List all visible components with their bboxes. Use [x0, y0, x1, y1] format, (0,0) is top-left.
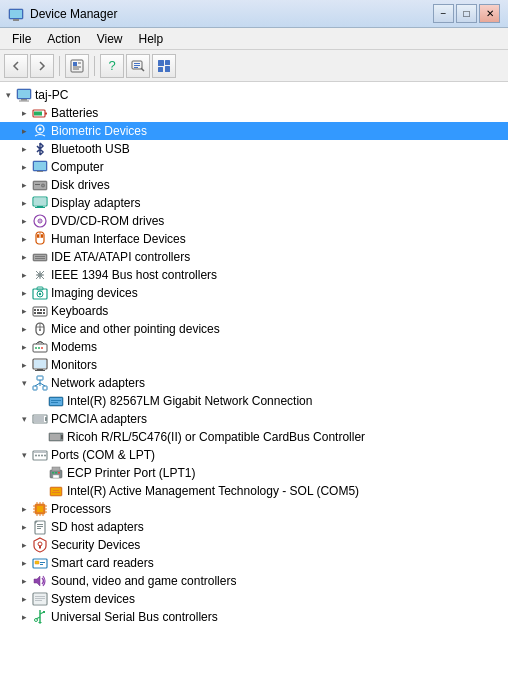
cardbus-label: Ricoh R/RL/5C476(II) or Compatible CardB…	[67, 430, 365, 444]
list-item[interactable]: ▾ Network adapters	[0, 374, 508, 392]
svg-rect-81	[50, 398, 62, 405]
smartcard-expand[interactable]: ▸	[16, 555, 32, 571]
bluetooth-expand[interactable]: ▸	[16, 141, 32, 157]
batteries-label: Batteries	[51, 106, 98, 120]
pcmcia-expand[interactable]: ▾	[16, 411, 32, 427]
list-item[interactable]: Intel(R) Active Management Technology - …	[0, 482, 508, 500]
mice-expand[interactable]: ▸	[16, 321, 32, 337]
ide-expand[interactable]: ▸	[16, 249, 32, 265]
list-item[interactable]: ▸ DVD/CD-ROM drives	[0, 212, 508, 230]
device-tree-container[interactable]: ▾ taj-PC ▸ Batteri	[0, 82, 508, 680]
svg-rect-35	[37, 206, 43, 207]
sound-expand[interactable]: ▸	[16, 573, 32, 589]
svg-rect-129	[40, 564, 43, 565]
system-expand[interactable]: ▸	[16, 591, 32, 607]
list-item[interactable]: ▸ Human Interface Devices	[0, 230, 508, 248]
amt-icon	[48, 483, 64, 499]
scan-button[interactable]	[126, 54, 150, 78]
sound-icon	[32, 573, 48, 589]
list-item[interactable]: Ricoh R/RL/5C476(II) or Compatible CardB…	[0, 428, 508, 446]
svg-rect-32	[35, 184, 40, 185]
list-item[interactable]: ▸ Keyboards	[0, 302, 508, 320]
svg-rect-97	[52, 467, 60, 471]
ieee-expand[interactable]: ▸	[16, 267, 32, 283]
modem-expand[interactable]: ▸	[16, 339, 32, 355]
svg-rect-82	[51, 400, 61, 401]
svg-rect-15	[165, 66, 170, 72]
list-item[interactable]: ▸ Security Devices	[0, 536, 508, 554]
sd-expand[interactable]: ▸	[16, 519, 32, 535]
list-item[interactable]: ▸ Imaging devices	[0, 284, 508, 302]
list-item[interactable]: ▸ Proces	[0, 500, 508, 518]
smartcard-label: Smart card readers	[51, 556, 154, 570]
ports-label: Ports (COM & LPT)	[51, 448, 155, 462]
minimize-button[interactable]: −	[433, 4, 454, 23]
forward-button[interactable]	[30, 54, 54, 78]
list-item[interactable]: ECP Printer Port (LPT1)	[0, 464, 508, 482]
svg-point-139	[35, 619, 38, 622]
list-item[interactable]: ▸ Monitors	[0, 356, 508, 374]
close-button[interactable]: ✕	[479, 4, 500, 23]
svg-rect-14	[158, 67, 163, 72]
list-item[interactable]: ▸ IDE ATA/ATAPI controllers	[0, 248, 508, 266]
list-item[interactable]: ▸ Display adapters	[0, 194, 508, 212]
list-item[interactable]: ▸ Batteries	[0, 104, 508, 122]
menu-file[interactable]: File	[4, 30, 39, 48]
list-item[interactable]: ▾ Ports (COM & LPT)	[0, 446, 508, 464]
computer-expand[interactable]: ▸	[16, 159, 32, 175]
svg-rect-133	[35, 598, 45, 599]
list-item[interactable]: ▸ Sound, video and game controllers	[0, 572, 508, 590]
processor-expand[interactable]: ▸	[16, 501, 32, 517]
back-button[interactable]	[4, 54, 28, 78]
batteries-expand[interactable]: ▸	[16, 105, 32, 121]
ports-expand[interactable]: ▾	[16, 447, 32, 463]
list-item[interactable]: ▸ Mice and other pointing devices	[0, 320, 508, 338]
biometric-expand[interactable]: ▸	[16, 123, 32, 139]
window-title: Device Manager	[30, 7, 117, 21]
display-expand[interactable]: ▸	[16, 195, 32, 211]
list-item[interactable]: ▸ IEEE 1394 Bus host controllers	[0, 266, 508, 284]
svg-rect-60	[43, 312, 45, 314]
help-button[interactable]: ?	[100, 54, 124, 78]
security-expand[interactable]: ▸	[16, 537, 32, 553]
menu-help[interactable]: Help	[131, 30, 172, 48]
svg-rect-132	[35, 596, 45, 597]
toolbar-separator-2	[94, 56, 95, 76]
network-expand[interactable]: ▾	[16, 375, 32, 391]
list-item[interactable]: ▸ Bluetooth USB	[0, 140, 508, 158]
svg-point-91	[35, 455, 37, 457]
list-item[interactable]: ▾ PCMCIA adapters	[0, 410, 508, 428]
monitor-expand[interactable]: ▸	[16, 357, 32, 373]
maximize-button[interactable]: □	[456, 4, 477, 23]
list-item[interactable]: ▸ Disk drives	[0, 176, 508, 194]
list-item[interactable]: ▸ Smart card readers	[0, 554, 508, 572]
hid-expand[interactable]: ▸	[16, 231, 32, 247]
svg-rect-58	[34, 312, 36, 314]
tree-root[interactable]: ▾ taj-PC	[0, 86, 508, 104]
printer-port-icon	[48, 465, 64, 481]
svg-rect-4	[73, 62, 77, 66]
sd-icon	[32, 519, 48, 535]
disk-icon	[32, 177, 48, 193]
svg-rect-34	[34, 198, 46, 205]
keyboard-expand[interactable]: ▸	[16, 303, 32, 319]
list-item[interactable]: ▸ Modems	[0, 338, 508, 356]
list-item[interactable]: ▸ Universal Serial Bus controllers	[0, 608, 508, 626]
device-manager-icon[interactable]	[152, 54, 176, 78]
svg-rect-55	[37, 309, 39, 311]
dvd-expand[interactable]: ▸	[16, 213, 32, 229]
list-item[interactable]: ▸ SD host adapters	[0, 518, 508, 536]
imaging-expand[interactable]: ▸	[16, 285, 32, 301]
list-item[interactable]: ▸ Computer	[0, 158, 508, 176]
root-expand[interactable]: ▾	[0, 87, 16, 103]
list-item[interactable]: Intel(R) 82567LM Gigabit Network Connect…	[0, 392, 508, 410]
ide-icon	[32, 249, 48, 265]
menu-action[interactable]: Action	[39, 30, 88, 48]
list-item[interactable]: ▸ Biometric Devices	[0, 122, 508, 140]
disk-expand[interactable]: ▸	[16, 177, 32, 193]
computer-label: Computer	[51, 160, 104, 174]
menu-view[interactable]: View	[89, 30, 131, 48]
usb-expand[interactable]: ▸	[16, 609, 32, 625]
list-item[interactable]: ▸ System devices	[0, 590, 508, 608]
properties-button[interactable]	[65, 54, 89, 78]
